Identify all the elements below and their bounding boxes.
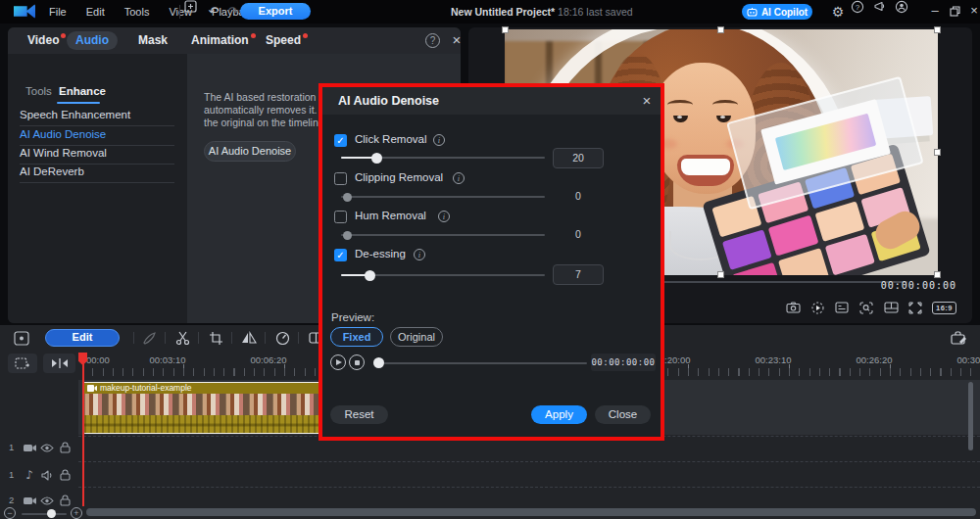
announcement-icon[interactable] — [873, 0, 893, 24]
track-visibility-eye-icon[interactable] — [39, 494, 55, 507]
list-item-ai-dereverb[interactable]: AI DeReverb — [20, 165, 176, 177]
crop-icon[interactable] — [206, 329, 225, 347]
clipping-removal-slider-thumb[interactable] — [343, 193, 352, 202]
preview-dialog-timecode: 00:00:00:00 — [591, 354, 656, 371]
track-separator — [78, 487, 980, 488]
timeline-horizontal-scrollbar[interactable] — [86, 508, 976, 516]
click-removal-value[interactable]: 20 — [553, 148, 604, 168]
hum-removal-slider-thumb[interactable] — [343, 231, 352, 240]
toolbox-icon[interactable] — [949, 329, 968, 347]
de-essing-info-icon[interactable]: i — [414, 249, 425, 260]
preview-original-button[interactable]: Original — [390, 327, 443, 347]
hum-removal-checkbox[interactable] — [334, 211, 347, 223]
track-number: 2 — [9, 495, 14, 505]
de-essing-slider-thumb[interactable] — [365, 270, 375, 281]
click-removal-slider-thumb[interactable] — [371, 153, 382, 164]
close-window-button[interactable]: × — [964, 0, 980, 24]
draw-pen-icon[interactable] — [139, 329, 159, 347]
hum-removal-info-icon[interactable]: i — [438, 211, 450, 222]
ai-copilot-label: AI Copilot — [761, 7, 808, 18]
list-item-speech-enhancement[interactable]: Speech Enhancement — [20, 109, 176, 120]
click-removal-slider[interactable] — [341, 157, 545, 159]
tab-speed[interactable]: Speed — [266, 27, 301, 54]
menu-edit[interactable]: Edit — [76, 0, 115, 24]
preview-stop-button[interactable] — [349, 354, 365, 370]
tab-mask[interactable]: Mask — [138, 27, 168, 54]
selection-handle-right-mid[interactable] — [934, 149, 941, 156]
undo-icon[interactable]: ↶ — [204, 0, 223, 24]
track-mute-speaker-icon[interactable] — [39, 468, 55, 482]
selection-handle-top-mid[interactable] — [717, 26, 724, 33]
tab-video[interactable]: Video — [27, 27, 59, 54]
panel-help-icon[interactable]: ? — [425, 33, 440, 48]
menu-tools[interactable]: Tools — [115, 0, 160, 24]
track-header-column: 1 1 ♪ 2 2 ♪ 3 — [0, 378, 78, 506]
account-icon[interactable] — [895, 0, 914, 24]
add-marker-button[interactable] — [8, 354, 37, 373]
clipping-removal-info-icon[interactable]: i — [453, 172, 465, 184]
toolbar-divider — [231, 332, 232, 344]
project-title: New Untitled Project* 18:16 last saved — [451, 0, 633, 24]
fullscreen-icon[interactable] — [907, 300, 924, 315]
video-track-icon — [22, 441, 37, 454]
selection-handle-top-left[interactable] — [502, 26, 509, 33]
track-visibility-eye-icon[interactable] — [39, 441, 55, 454]
track-lock-icon[interactable] — [57, 468, 73, 482]
subtab-tools[interactable]: Tools — [25, 85, 52, 97]
tab-animation[interactable]: Animation — [191, 27, 249, 54]
preview-play-button[interactable] — [330, 354, 346, 370]
playhead-line[interactable] — [82, 353, 84, 506]
maximize-button[interactable] — [945, 0, 964, 24]
list-divider — [20, 125, 174, 126]
aspect-ratio-badge[interactable]: 16:9 — [932, 302, 956, 314]
record-options-icon[interactable] — [12, 329, 31, 347]
top-menu-bar: File Edit Tools View Playback ↶ ↷ Export… — [0, 0, 980, 24]
panel-close-icon[interactable]: × — [448, 31, 461, 49]
timeline-vertical-scrollbar[interactable] — [968, 382, 973, 450]
de-essing-slider[interactable] — [341, 274, 545, 276]
close-button[interactable]: Close — [595, 405, 651, 424]
track-lock-icon[interactable] — [57, 441, 73, 454]
export-button[interactable]: Export — [240, 3, 311, 20]
list-item-ai-audio-denoise[interactable]: AI Audio Denoise — [20, 128, 176, 140]
preview-progress-thumb[interactable] — [373, 357, 384, 368]
cut-scissors-icon[interactable] — [172, 329, 192, 347]
clipping-removal-checkbox[interactable] — [334, 172, 347, 185]
reset-button[interactable]: Reset — [330, 405, 388, 424]
import-media-icon[interactable] — [184, 0, 204, 24]
de-essing-label: De-essing — [355, 248, 406, 260]
ai-copilot-button[interactable]: AI Copilot — [742, 4, 812, 20]
de-essing-checkbox[interactable]: ✓ — [334, 249, 347, 261]
subtab-enhance[interactable]: Enhance — [59, 85, 106, 97]
hum-removal-slider[interactable] — [341, 234, 545, 236]
selection-handle-top-right[interactable] — [934, 26, 941, 33]
click-removal-info-icon[interactable]: i — [433, 134, 445, 146]
preview-zoom-icon[interactable] — [858, 300, 875, 315]
edit-mode-button[interactable]: Edit — [45, 329, 120, 347]
click-removal-checkbox[interactable]: ✓ — [334, 134, 347, 147]
help-icon[interactable]: ? — [851, 0, 870, 24]
mirror-flip-icon[interactable] — [239, 329, 259, 347]
speed-gauge-icon[interactable] — [272, 329, 292, 347]
preview-progress-slider[interactable] — [373, 362, 587, 364]
render-preview-icon[interactable] — [809, 300, 826, 315]
snapshot-camera-icon[interactable] — [785, 300, 802, 315]
split-screen-icon[interactable] — [883, 300, 900, 315]
ai-audio-denoise-button[interactable]: AI Audio Denoise — [204, 141, 296, 162]
menu-file[interactable]: File — [39, 0, 76, 24]
de-essing-value[interactable]: 7 — [553, 264, 604, 285]
tab-audio[interactable]: Audio — [67, 31, 118, 50]
apply-button[interactable]: Apply — [531, 405, 587, 424]
playback-quality-icon[interactable] — [834, 300, 851, 315]
minimize-button[interactable]: – — [925, 0, 945, 24]
track-lock-icon[interactable] — [57, 494, 73, 507]
list-item-ai-wind-removal[interactable]: AI Wind Removal — [20, 147, 176, 159]
svg-text:?: ? — [856, 3, 860, 12]
preview-fixed-button[interactable]: Fixed — [330, 327, 383, 347]
split-clip-button[interactable] — [43, 354, 75, 373]
selection-handle-bottom-right[interactable] — [934, 271, 941, 278]
clipping-removal-slider[interactable] — [341, 196, 545, 198]
settings-gear-icon[interactable]: ⚙ — [828, 0, 848, 24]
selection-handle-bottom-mid[interactable] — [717, 271, 724, 278]
dialog-close-icon[interactable]: × — [638, 92, 656, 110]
